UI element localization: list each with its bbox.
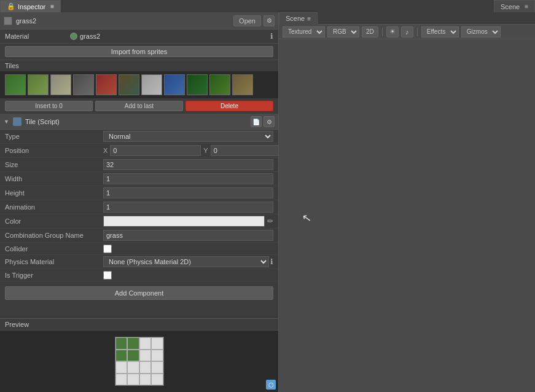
insert-to-0-button[interactable]: Insert to 0 — [5, 101, 93, 111]
scene-top-tab-menu: ≡ — [525, 3, 528, 10]
tile-thumb-1[interactable] — [5, 74, 26, 95]
type-row: Type Normal Animated — [0, 130, 278, 144]
tile-thumb-5[interactable] — [96, 74, 117, 95]
height-row: Height — [0, 186, 278, 200]
color-swatch[interactable] — [103, 216, 265, 227]
tile-thumb-9[interactable] — [187, 74, 208, 95]
pos-x-input[interactable] — [110, 145, 201, 156]
scene-viewport[interactable]: ↖ — [279, 39, 535, 392]
audio-icon-button[interactable]: ♪ — [401, 26, 413, 37]
delete-tile-button[interactable]: Delete — [185, 101, 273, 111]
import-from-sprites-button[interactable]: Import from sprites — [5, 46, 273, 57]
is-trigger-value — [103, 271, 273, 280]
top-tab-bar: 🔒 Inspector ≡ Scene ≡ — [0, 0, 535, 12]
material-row: Material grass2 ℹ — [0, 29, 278, 44]
tile-thumb-3[interactable] — [50, 74, 71, 95]
tiles-strip — [0, 71, 278, 98]
is-trigger-checkbox[interactable] — [103, 271, 112, 280]
width-input[interactable] — [103, 173, 273, 184]
inspector-tab-label: Inspector — [18, 3, 45, 10]
object-icon — [4, 17, 12, 25]
gear-button[interactable]: ⚙ — [264, 15, 275, 26]
cursor-arrow: ↖ — [301, 211, 313, 225]
preview-cell-11 — [139, 361, 152, 374]
physics-info-icon[interactable]: ℹ — [270, 257, 273, 266]
collider-value — [103, 245, 273, 253]
position-label: Position — [5, 147, 103, 154]
preview-cell-7 — [139, 350, 152, 362]
script-page-icon[interactable]: 📄 — [251, 116, 262, 127]
add-to-last-button[interactable]: Add to last — [95, 101, 183, 111]
physics-material-select[interactable]: None (Physics Material 2D) — [103, 256, 269, 267]
add-component-button[interactable]: Add Component — [5, 286, 273, 300]
position-value: X Y — [103, 145, 278, 156]
open-button[interactable]: Open — [233, 15, 261, 26]
inspector-panel: grass2 Open ⚙ Material grass2 ℹ Import f… — [0, 12, 279, 392]
color-label: Color — [5, 218, 103, 225]
scene-tab[interactable]: Scene ≡ — [279, 12, 318, 25]
pos-y-input[interactable] — [211, 145, 278, 156]
inspector-body: Material grass2 ℹ Import from sprites Ti… — [0, 29, 278, 318]
is-trigger-label: Is Trigger — [5, 272, 103, 279]
physics-material-label: Physics Material — [5, 258, 103, 265]
eyedropper-button[interactable]: ✏ — [267, 217, 273, 225]
physics-material-value: None (Physics Material 2D) ℹ — [103, 256, 273, 267]
script-header: ▼ Tile (Script) 📄 ⚙ — [0, 114, 278, 130]
inspector-tab[interactable]: 🔒 Inspector ≡ — [0, 0, 61, 12]
type-select[interactable]: Normal Animated — [103, 131, 273, 142]
animation-row: Animation — [0, 200, 278, 214]
tile-thumb-7[interactable] — [141, 74, 162, 95]
size-input[interactable] — [103, 159, 273, 170]
animation-label: Animation — [5, 203, 103, 211]
preview-cell-15 — [139, 374, 152, 386]
inspector-object-header: grass2 Open ⚙ — [0, 12, 278, 29]
material-value: grass2 — [70, 33, 267, 40]
preview-label: Preview — [5, 321, 29, 328]
animation-input[interactable] — [103, 202, 273, 213]
effects-select[interactable]: Effects — [421, 26, 459, 37]
preview-cell-5 — [115, 350, 128, 362]
main-panel-row: grass2 Open ⚙ Material grass2 ℹ Import f… — [0, 12, 535, 392]
combination-group-value — [103, 230, 273, 241]
2d-button[interactable]: 2D — [362, 26, 378, 37]
preview-expand-button[interactable]: ⬡ — [266, 380, 276, 390]
size-row: Size — [0, 158, 278, 172]
combination-group-input[interactable] — [103, 230, 273, 241]
size-value — [103, 159, 273, 170]
height-value — [103, 187, 273, 198]
pos-y-label: Y — [203, 147, 208, 154]
preview-thumbnail — [115, 337, 164, 386]
preview-cell-2 — [127, 337, 139, 350]
preview-cell-3 — [139, 337, 152, 350]
collapse-arrow-icon[interactable]: ▼ — [4, 119, 9, 125]
color-row: Color ✏ — [0, 214, 278, 229]
tile-thumb-4[interactable] — [73, 74, 94, 95]
gizmos-select[interactable]: Gizmos — [461, 26, 501, 37]
material-label: Material — [5, 33, 66, 40]
type-value: Normal Animated — [103, 131, 273, 142]
scene-top-tab[interactable]: Scene ≡ — [494, 0, 535, 12]
sun-icon-button[interactable]: ☀ — [386, 26, 399, 37]
scene-top-tab-label: Scene — [501, 3, 520, 10]
toolbar-separator-1 — [382, 28, 383, 36]
toolbar-separator-2 — [417, 28, 418, 36]
animation-value — [103, 202, 273, 213]
tile-thumb-6[interactable] — [119, 74, 139, 95]
textured-select[interactable]: Textured — [283, 26, 325, 37]
material-name: grass2 — [80, 33, 100, 40]
script-gear-icon[interactable]: ⚙ — [264, 116, 275, 127]
height-input[interactable] — [103, 187, 273, 198]
script-actions: 📄 ⚙ — [251, 116, 275, 127]
collider-label: Collider — [5, 245, 103, 253]
tile-thumb-11[interactable] — [232, 74, 253, 95]
scene-toolbar: Textured RGB 2D ☀ ♪ Effects Gizmos — [279, 25, 535, 39]
tile-thumb-2[interactable] — [28, 74, 49, 95]
material-info-icon[interactable]: ℹ — [270, 32, 273, 41]
tile-thumb-10[interactable] — [209, 74, 230, 95]
rgb-select[interactable]: RGB — [327, 26, 359, 37]
collider-checkbox[interactable] — [103, 245, 112, 253]
preview-cell-6 — [127, 350, 139, 362]
tile-thumb-8[interactable] — [164, 74, 185, 95]
type-label: Type — [5, 133, 103, 140]
tiles-section: Tiles Insert to 0 Add t — [0, 60, 278, 114]
